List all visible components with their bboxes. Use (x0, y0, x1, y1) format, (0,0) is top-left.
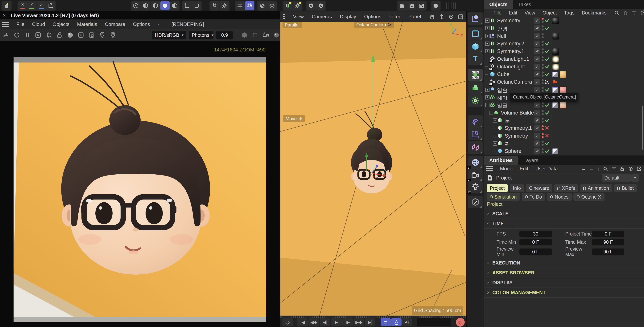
snap-button[interactable] (210, 1, 219, 10)
enabled-check-icon[interactable] (544, 64, 550, 69)
render-visibility-dot[interactable] (542, 36, 544, 38)
object-name[interactable]: 안경 (497, 25, 508, 32)
render-picture-viewer-button[interactable] (407, 1, 416, 10)
lv-menu-options[interactable]: Options (133, 21, 150, 27)
modifier-o-button[interactable] (306, 1, 316, 10)
axis-mode-button[interactable] (182, 1, 192, 10)
edit-enable-toggle[interactable] (534, 102, 540, 108)
enabled-check-icon[interactable] (544, 148, 550, 154)
field-fps[interactable]: 30 (520, 231, 552, 237)
expand-icon[interactable]: + (485, 34, 490, 38)
loop-toggle-button[interactable] (380, 318, 391, 326)
edit-enable-toggle[interactable] (534, 140, 540, 147)
tree-scrollbar[interactable] (642, 106, 643, 150)
material-ball-button[interactable] (66, 31, 74, 39)
attributes-tab-layers[interactable]: Layers (518, 156, 544, 165)
enabled-check-icon[interactable] (544, 25, 550, 31)
object-row[interactable]: +Null (484, 32, 644, 40)
object-row[interactable]: STOctaneCamera (484, 78, 644, 86)
material-thumbnail[interactable] (552, 17, 559, 24)
edit-enable-toggle[interactable] (534, 79, 540, 85)
current-frame-field[interactable] (417, 318, 451, 326)
editor-visibility-dot[interactable] (542, 18, 544, 20)
object-row[interactable]: +Symmetry (484, 17, 644, 24)
edit-enable-toggle[interactable] (534, 48, 540, 54)
lock-button[interactable] (620, 166, 625, 172)
hamburger-menu-icon[interactable] (283, 14, 285, 19)
transport-go-to-end-button[interactable]: ▶| (365, 318, 376, 326)
compositing-tag[interactable] (552, 148, 558, 154)
object-row[interactable]: +귀 (484, 140, 644, 147)
object-name[interactable]: Symmetry (505, 133, 528, 139)
expand-icon[interactable]: + (493, 141, 497, 146)
collapse-icon[interactable]: − (485, 103, 490, 107)
simulation-scene-button[interactable] (468, 94, 482, 107)
lv-menu-objects[interactable]: Objects (53, 21, 70, 27)
object-row[interactable]: +Symmetry.1 (484, 47, 644, 55)
model-mode-button[interactable] (131, 1, 140, 10)
object-name[interactable]: Symmetry.2 (497, 41, 524, 47)
toolbar-grip[interactable] (446, 2, 456, 9)
workplane-square-button[interactable] (192, 1, 201, 10)
editor-visibility-dot[interactable] (542, 110, 544, 112)
transport-previous-key-button[interactable]: ◀◆ (308, 318, 319, 326)
enabled-check-icon[interactable] (544, 87, 550, 92)
instance-button[interactable] (468, 141, 482, 154)
camera-lock-button[interactable] (262, 31, 270, 39)
add-render-region-button[interactable] (77, 31, 85, 39)
render-visibility-dot[interactable] (542, 74, 544, 77)
object-row[interactable]: −Volume Builder (484, 109, 644, 117)
colorspace-dropdown[interactable]: HDR/sRGB▾ (152, 31, 186, 39)
viewport-canvas[interactable]: Parallel OctaneCamera Move Grid Spacing … (280, 22, 466, 316)
editor-visibility-dot[interactable] (542, 125, 544, 127)
edit-enable-toggle[interactable] (534, 117, 540, 123)
object-name[interactable]: 눈 (505, 118, 510, 124)
sound-toggle-button[interactable] (402, 318, 412, 326)
attr-tab-nodes[interactable]: Nodes (547, 193, 572, 201)
compositing-tag[interactable] (552, 72, 558, 77)
close-icon[interactable]: × (3, 13, 6, 18)
at-menu-edit[interactable]: Edit (520, 166, 528, 172)
lv-menu-file[interactable]: File (16, 21, 24, 27)
attr-tab-xrefs[interactable]: XRefs (554, 184, 578, 192)
edit-enable-toggle[interactable] (534, 56, 540, 62)
render-visibility-dot[interactable] (542, 144, 544, 146)
expand-icon[interactable]: + (485, 18, 490, 23)
render-visibility-dot[interactable] (542, 113, 544, 115)
expand-icon[interactable]: + (485, 41, 490, 46)
vp-menu-options[interactable]: Options (364, 14, 381, 20)
primitive-cube-button[interactable] (468, 40, 482, 53)
octane-logo-button[interactable] (2, 31, 10, 39)
object-name[interactable]: OctaneLight.1 (497, 56, 529, 62)
enabled-check-icon[interactable] (544, 41, 550, 46)
parent-up-button[interactable]: ↑ (597, 166, 600, 172)
edit-enable-toggle[interactable] (534, 71, 540, 77)
background-mode-button[interactable] (272, 31, 280, 39)
render-visibility-dot[interactable] (542, 28, 544, 30)
attr-tab-to-do[interactable]: To Do (522, 193, 545, 201)
expand-icon[interactable]: + (493, 134, 497, 138)
section-execution[interactable]: ›EXECUTION (484, 258, 644, 268)
edit-enable-toggle[interactable] (534, 87, 540, 93)
enabled-check-icon[interactable] (544, 18, 550, 23)
axis-lock-x-button[interactable]: X (18, 1, 27, 10)
material-picker-button[interactable]: M (109, 31, 117, 39)
transport-play-button[interactable]: ▶ (331, 318, 342, 326)
edit-enable-toggle[interactable] (534, 110, 540, 116)
attributes-tab-attributes[interactable]: Attributes (484, 156, 518, 165)
hamburger-menu-icon[interactable] (2, 22, 9, 27)
expand-icon[interactable]: + (485, 49, 490, 53)
object-name[interactable]: OctaneLight (497, 64, 525, 70)
render-visibility-dot[interactable] (542, 128, 544, 130)
pause-render-button[interactable] (24, 31, 32, 39)
section-display[interactable]: ›DISPLAY (484, 278, 644, 288)
restart-render-button[interactable] (13, 31, 21, 39)
object-name[interactable]: Symmetry.1 (497, 48, 524, 54)
object-picking-button[interactable] (88, 31, 96, 39)
history-forward-button[interactable]: → (589, 166, 594, 172)
render-visibility-dot[interactable] (542, 67, 544, 69)
record-keyframe-button[interactable]: ◇ (456, 318, 465, 327)
app-button[interactable] (2, 1, 11, 10)
object-row[interactable]: +Symmetry.1 (484, 124, 644, 132)
rotate-view-button[interactable] (448, 14, 454, 20)
